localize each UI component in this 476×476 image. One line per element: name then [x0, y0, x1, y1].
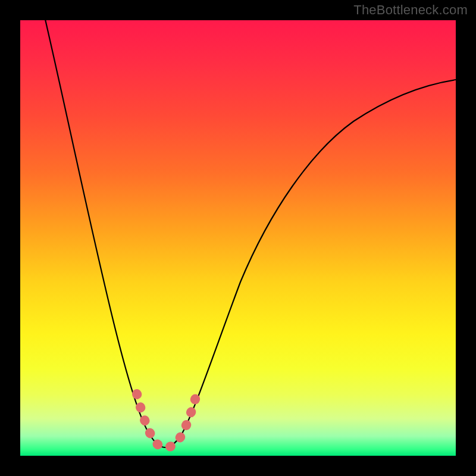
plot-area — [20, 20, 456, 456]
optimal-range-highlight — [137, 394, 196, 447]
curve-layer — [20, 20, 456, 456]
watermark-text: TheBottleneck.com — [353, 2, 468, 18]
bottleneck-curve — [44, 20, 456, 447]
chart-frame: TheBottleneck.com — [0, 0, 476, 476]
